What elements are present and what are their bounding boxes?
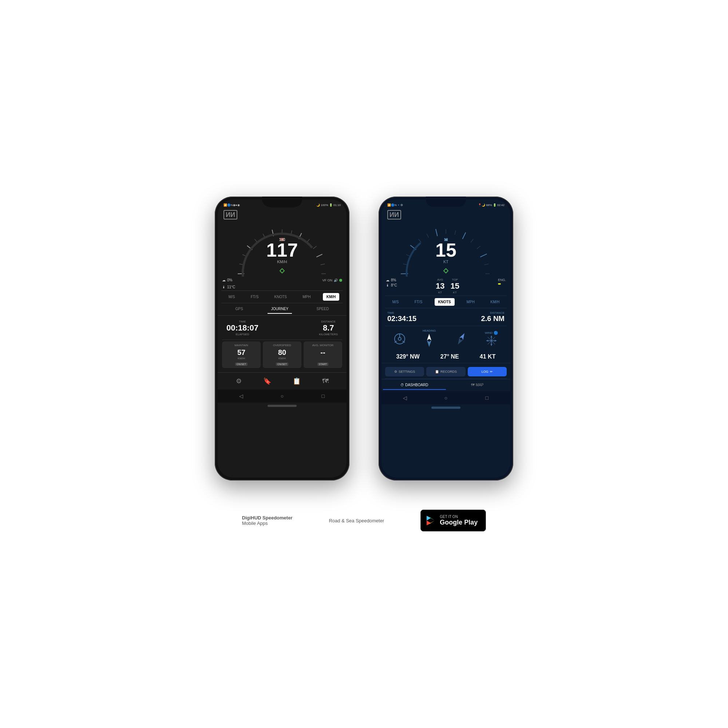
gauge-svg2: 0 4 8 12 16 20 24 15	[395, 220, 497, 277]
footer-app-name: DigiHUD Speedometer	[242, 515, 293, 520]
svg-line-63	[463, 232, 466, 239]
nav-map[interactable]: 🗺	[322, 378, 329, 385]
gp-text: GET IT ON Google Play	[440, 515, 477, 526]
map-tab[interactable]: 🗺 MAP	[446, 381, 509, 390]
bottom-nav[interactable]: ⚙ 🔖 📋 🗺	[218, 372, 347, 390]
time-distance2: TIME 02:34:15 DISTANCE 2.6 NM	[381, 308, 510, 326]
svg-marker-74	[444, 269, 448, 273]
speed-unit: KM/H	[277, 260, 287, 264]
phone1: 📶🔵N◉●◉ 🌙 100% 🔋 01:10 ИИ	[215, 197, 349, 480]
unit-tab2-fts[interactable]: FT/S	[411, 298, 426, 306]
svg-line-51	[471, 239, 474, 242]
distance-item: DISTANCE 8.7 KILOMETERS	[319, 320, 338, 336]
svg-line-45	[418, 239, 421, 242]
distance-value: 8.7	[319, 323, 338, 333]
home-btn2[interactable]: ○	[442, 394, 450, 401]
eng-indicator	[498, 283, 501, 284]
back-btn[interactable]: ◁	[237, 392, 245, 400]
avg-monitor-box: AVG. MONITOR -- START	[304, 341, 342, 368]
phone2-inner: 📶🔵N🔹⚙ 📍🌙 88% 🔋 02:42 ИИ	[381, 199, 510, 477]
google-play-badge[interactable]: GET IT ON Google Play	[421, 509, 486, 531]
vf-indicator: VF ON 🔊	[322, 278, 342, 282]
wind-label-col: WIND 🔵	[485, 331, 498, 347]
unit-tab2-ms[interactable]: M/S	[389, 298, 402, 306]
status-left2: 📶🔵N🔹⚙	[387, 203, 403, 207]
svg-marker-81	[427, 340, 431, 347]
weather-col: ☁ 8% 🌡 8°C	[386, 278, 397, 294]
nav-records[interactable]: 📋	[293, 377, 301, 385]
phone1-logo: ИИ	[218, 210, 347, 220]
page-tabs[interactable]: ⏱ DASHBOARD 🗺 MAP	[381, 379, 510, 391]
svg-line-52	[477, 246, 480, 249]
google-play-icon	[425, 515, 436, 526]
settings-btn[interactable]: ⚙ SETTINGS	[385, 367, 424, 376]
svg-line-46	[427, 234, 428, 238]
cloud-item: ☁ 0%	[222, 278, 232, 282]
svg-marker-37	[280, 269, 284, 273]
unit-tabs2[interactable]: M/S FT/S KNOTS MPH KM/H	[381, 296, 510, 308]
footer-app-sublabel: Mobile Apps	[242, 520, 293, 526]
unit-tab-knots[interactable]: KNOTS	[271, 293, 291, 301]
phone1-gauge: 0 30 60 90 120 150 180 1	[231, 220, 333, 277]
gp-get-label: GET IT ON	[440, 515, 477, 519]
top-col: TOP 15 KT	[450, 278, 459, 294]
green-dot	[339, 279, 342, 282]
records-btn[interactable]: 📋 RECORDS	[426, 367, 465, 376]
wind-direction: 27° NE	[440, 353, 459, 360]
home-pill2	[431, 407, 460, 409]
unit-tab2-mph[interactable]: MPH	[463, 298, 478, 306]
weather-stats-row: ☁ 8% 🌡 8°C AVG 13	[381, 277, 510, 295]
action-bar[interactable]: ⚙ SETTINGS 📋 RECORDS LOG ✏	[381, 365, 510, 379]
android-nav1[interactable]: ◁ ○ □	[218, 390, 347, 402]
phone2-screen: 📶🔵N🔹⚙ 📍🌙 88% 🔋 02:42 ИИ	[381, 199, 510, 477]
back-btn2[interactable]: ◁	[401, 394, 408, 401]
temp-row: 🌡 11°C	[218, 284, 347, 291]
recent-btn2[interactable]: □	[483, 394, 491, 401]
svg-line-62	[436, 229, 437, 236]
phone2-gauge: 0 4 8 12 16 20 24 15	[395, 220, 497, 277]
svg-marker-80	[427, 334, 431, 340]
unit-tab-fts[interactable]: FT/S	[247, 293, 262, 301]
dashboard-tab[interactable]: ⏱ DASHBOARD	[383, 381, 446, 390]
temp-item: 🌡 11°C	[222, 285, 235, 289]
heading-value: 329° NW	[396, 353, 420, 360]
svg-line-17	[321, 264, 325, 265]
unit-tab-kmh[interactable]: KM/H	[323, 293, 340, 301]
recent-btn[interactable]: □	[320, 392, 327, 400]
speed-display: 117	[266, 240, 298, 261]
footer-center: Road & Sea Speedometer	[329, 518, 384, 523]
unit-tab-ms[interactable]: M/S	[225, 293, 239, 301]
home-btn[interactable]: ○	[278, 392, 286, 400]
status-right2: 📍🌙 88% 🔋 02:42	[478, 203, 505, 207]
svg-marker-83	[456, 338, 463, 346]
data-tabs[interactable]: GPS JOURNEY SPEED	[218, 303, 347, 316]
svg-line-64	[480, 254, 487, 257]
phone1-inner: 📶🔵N◉●◉ 🌙 100% 🔋 01:10 ИИ	[218, 199, 347, 477]
stats-row: MAINTAIN 57 KM/H ON/SET OVERSPEED 80 KM/…	[222, 341, 342, 368]
phone2: 📶🔵N🔹⚙ 📍🌙 88% 🔋 02:42 ИИ	[379, 197, 513, 480]
unit-tab-mph[interactable]: MPH	[299, 293, 314, 301]
time-col2: TIME 02:34:15	[387, 311, 416, 323]
svg-marker-93	[427, 516, 431, 520]
home-pill	[268, 405, 297, 407]
heading-compass	[421, 332, 437, 348]
eng-col: ENG.	[498, 278, 506, 294]
tab-gps[interactable]: GPS	[232, 305, 247, 314]
unit-tabs[interactable]: M/S FT/S KNOTS MPH KM/H	[218, 291, 347, 303]
nav-settings[interactable]: ⚙	[236, 377, 242, 385]
journey-section: TIME 00:18:07 ELAPSED DISTANCE 8.7 KILOM…	[218, 316, 347, 372]
android-nav2[interactable]: ◁ ○ □	[381, 391, 510, 404]
footer: DigiHUD Speedometer Mobile Apps Road & S…	[242, 509, 486, 531]
gauge-svg: 0 30 60 90 120 150 180 1	[231, 220, 333, 277]
unit-tab2-kmh[interactable]: KM/H	[487, 298, 503, 306]
unit-tab2-knots[interactable]: KNOTS	[434, 298, 455, 306]
log-btn[interactable]: LOG ✏	[468, 367, 507, 376]
wind-rose-icon	[486, 335, 497, 347]
phone1-notch	[262, 197, 302, 207]
heading-wind-row: HEADING	[381, 326, 510, 352]
wind-compass	[453, 331, 469, 347]
nav-bookmark[interactable]: 🔖	[263, 377, 271, 385]
footer-center-label: Road & Sea Speedometer	[329, 518, 384, 523]
tab-journey[interactable]: JOURNEY	[268, 305, 292, 314]
tab-speed[interactable]: SPEED	[313, 305, 333, 314]
